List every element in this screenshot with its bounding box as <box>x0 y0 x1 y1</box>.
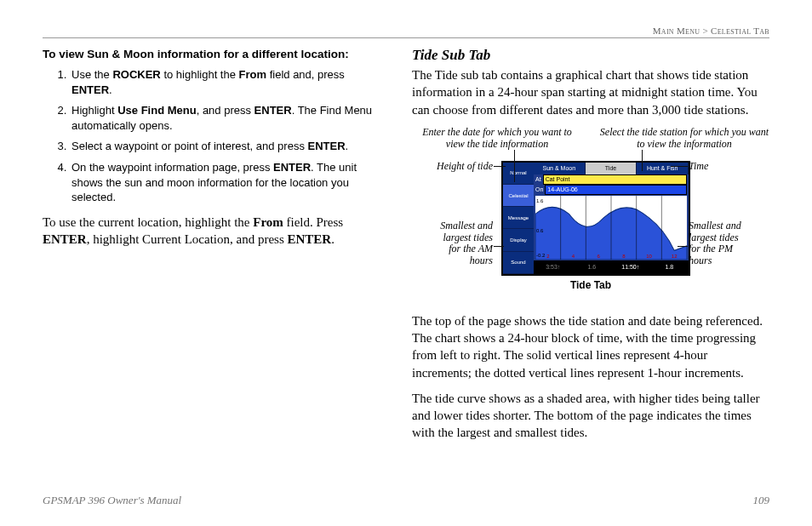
tab-sun-moon: Sun & Moon <box>534 163 586 174</box>
procedure-heading: To view Sun & Moon information for a dif… <box>43 47 383 62</box>
callout-time: Time <box>689 161 769 173</box>
step-4: On the waypoint information page, press … <box>70 160 383 205</box>
page-number: 109 <box>753 494 770 507</box>
tab-hunt-fish: Hunt & Fish <box>637 163 689 174</box>
breadcrumb: Main Menu > Celestial Tab <box>653 26 769 36</box>
tide-chart: 1.6 0.6 -0.2 2 4 6 8 10 12 <box>535 196 687 260</box>
leader-line <box>642 150 643 171</box>
paragraph-3: The tide curve shows as a shaded area, w… <box>412 390 769 442</box>
device-footer: 3:53↑ 1.6 11:50↑ 1.8 <box>534 260 689 274</box>
side-message: Message <box>503 207 534 229</box>
section-heading: Tide Sub Tab <box>412 47 769 64</box>
figure-caption: Tide Tab <box>412 278 769 292</box>
side-normal: Normal <box>503 163 534 185</box>
breadcrumb-left: Main Menu <box>653 26 700 36</box>
step-3: Select a waypoint or point of interest, … <box>70 139 383 154</box>
procedure-steps: Use the ROCKER to highlight the From fie… <box>43 67 383 204</box>
callout-pm: Smallest and largest tides for the PM ho… <box>689 220 769 267</box>
leader-line <box>494 166 506 167</box>
callout-top-right: Select the tide station for which you wa… <box>599 127 769 151</box>
figure-wrap: Enter the date for which you want to vie… <box>412 127 769 306</box>
device-sidebar: Normal Celestial Message Display Sound <box>503 163 534 274</box>
right-column: Tide Sub Tab The Tide sub tab contains a… <box>412 47 769 450</box>
station-field: Cat Point <box>543 174 687 185</box>
side-celestial: Celestial <box>503 185 534 207</box>
left-column: To view Sun & Moon information for a dif… <box>43 47 383 450</box>
side-display: Display <box>503 229 534 251</box>
device-main: Sun & Moon Tide Hunt & Fish At Cat Point… <box>534 163 689 274</box>
callout-top-left: Enter the date for which you want to vie… <box>412 127 582 151</box>
leader-line <box>678 246 688 247</box>
leader-line <box>494 246 504 247</box>
breadcrumb-sep: > <box>702 26 708 36</box>
left-paragraph: To use the current location, highlight t… <box>43 214 383 249</box>
step-2: Highlight Use Find Menu, and press ENTER… <box>70 103 383 133</box>
page-footer: GPSMAP 396 Owner's Manual 109 <box>43 494 769 507</box>
callout-am: Smallest and largest tides for the AM ho… <box>412 220 493 267</box>
tab-tide: Tide <box>586 163 638 174</box>
paragraph-2: The top of the page shows the tide stati… <box>412 312 769 381</box>
date-field: 14-AUG-06 <box>545 185 687 195</box>
header-rule <box>43 37 769 38</box>
intro-paragraph: The Tide sub tab contains a graphical ch… <box>412 66 769 118</box>
side-sound: Sound <box>503 252 534 274</box>
step-1: Use the ROCKER to highlight the From fie… <box>70 67 383 97</box>
callout-height: Height of tide <box>412 161 493 173</box>
leader-line <box>671 166 688 167</box>
footer-left: GPSMAP 396 Owner's Manual <box>43 494 181 507</box>
breadcrumb-right: Celestial Tab <box>711 26 769 36</box>
device-screenshot: Normal Celestial Message Display Sound S… <box>501 161 690 276</box>
leader-line <box>514 150 515 182</box>
